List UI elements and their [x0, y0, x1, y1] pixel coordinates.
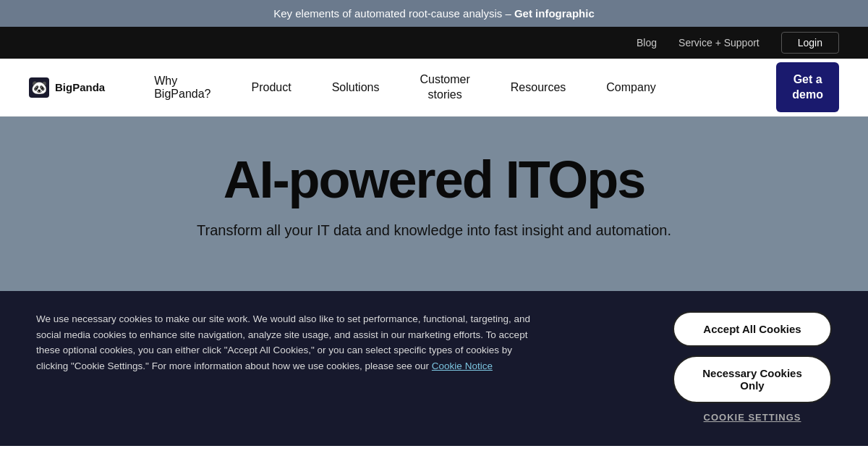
cookie-buttons: Accept All Cookies Necessary Cookies Onl… [673, 311, 832, 423]
top-banner: Key elements of automated root-cause ana… [0, 0, 868, 27]
login-button[interactable]: Login [781, 32, 839, 54]
nav-item-company[interactable]: Company [586, 59, 676, 117]
necessary-cookies-only-button[interactable]: Necessary Cookies Only [673, 355, 832, 403]
banner-link[interactable]: Get infographic [514, 7, 595, 20]
service-support-link[interactable]: Service + Support [678, 37, 760, 49]
hero-subtitle: Transform all your IT data and knowledge… [197, 222, 671, 239]
panda-icon: 🐼 [31, 80, 47, 96]
logo[interactable]: 🐼 BigPanda [29, 77, 105, 98]
cookie-notice-link[interactable]: Cookie Notice [432, 361, 493, 371]
accept-all-cookies-button[interactable]: Accept All Cookies [673, 311, 832, 347]
logo-icon: 🐼 [29, 77, 49, 98]
nav-items: WhyBigPanda? Product Solutions Customers… [134, 59, 776, 117]
hero-title: AI-powered ITOps [224, 153, 645, 208]
get-demo-button[interactable]: Get ademo [776, 62, 839, 113]
nav-item-solutions[interactable]: Solutions [312, 59, 400, 117]
hero-section: AI-powered ITOps Transform all your IT d… [0, 117, 868, 446]
nav-item-customer-stories[interactable]: Customerstories [399, 59, 490, 117]
primary-nav: 🐼 BigPanda WhyBigPanda? Product Solution… [0, 59, 868, 117]
logo-text: BigPanda [55, 81, 105, 93]
cookie-consent-overlay: We use necessary cookies to make our sit… [0, 291, 868, 446]
cookie-settings-button[interactable]: COOKIE SETTINGS [704, 412, 801, 423]
banner-text: Key elements of automated root-cause ana… [273, 7, 514, 20]
secondary-nav: Blog Service + Support Login [0, 27, 868, 59]
cookie-body-text: We use necessary cookies to make our sit… [36, 311, 542, 374]
nav-item-product[interactable]: Product [231, 59, 311, 117]
nav-item-why[interactable]: WhyBigPanda? [134, 59, 231, 117]
blog-link[interactable]: Blog [637, 37, 657, 49]
nav-item-resources[interactable]: Resources [490, 59, 586, 117]
